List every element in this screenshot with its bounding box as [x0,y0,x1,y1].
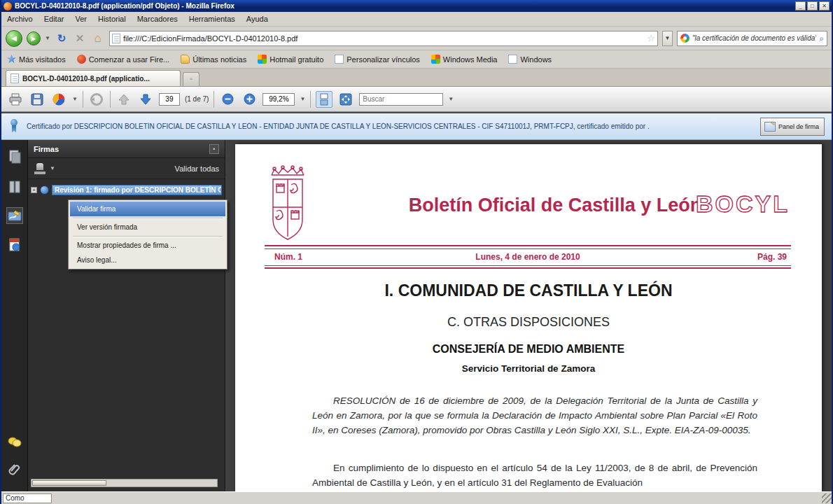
back-button[interactable]: ◄ [6,30,22,47]
zoom-level-input[interactable] [262,93,295,106]
signatures-panel-title: Firmas [34,145,59,153]
fullscreen-icon[interactable] [337,91,354,108]
scrollbar-thumb[interactable] [32,480,106,486]
panel-horizontal-scrollbar[interactable] [31,479,218,487]
collab-dropdown-icon[interactable]: ▼ [72,96,78,102]
toolbar-separator [310,91,311,108]
bookmark-hotmail[interactable]: Hotmail gratuito [258,55,323,64]
zoom-dropdown-icon[interactable]: ▼ [300,96,305,102]
find-dropdown-icon[interactable]: ▼ [448,96,454,102]
signatures-icon[interactable] [6,207,23,224]
page-number-input[interactable] [159,93,180,106]
previous-view-icon[interactable] [88,91,105,108]
history-dropdown-icon[interactable]: ▼ [45,35,50,41]
certificate-ribbon-icon [8,119,20,134]
signatures-panel-toolbar: ▼ Validar todas [28,158,225,179]
print-icon[interactable] [7,91,24,108]
signature-tree-item[interactable]: + Revisión 1: firmado por DESCRIPCION BO… [31,185,222,195]
tab-bar: BOCYL-D-04012010-8.pdf (applicatio... ▫ [1,69,832,87]
menu-ver[interactable]: Ver [75,15,87,23]
document-area: Boletín Oficial de Castilla y León BOCYL… [226,140,832,491]
previous-page-icon[interactable] [115,91,132,108]
save-icon[interactable] [29,91,46,108]
menu-item-ver-version-firmada[interactable]: Ver versión firmada [70,220,225,234]
department-heading: CONSEJERÍA DE MEDIO AMBIENTE [235,343,822,356]
signatures-panel: Firmas ▪ ▼ Validar todas + Revisión 1: f… [28,140,225,491]
bookmark-windows-media[interactable]: Windows Media [431,55,498,64]
signatures-panel-header: Firmas ▪ [28,140,225,158]
masthead-rule [265,248,791,249]
page-icon [508,55,517,64]
standards-icon[interactable] [6,237,23,253]
url-input[interactable] [123,34,644,43]
address-bar[interactable]: ☆ [109,31,658,46]
bookmarks-icon[interactable] [6,178,23,195]
service-heading: Servicio Territorial de Zamora [235,363,822,374]
menu-item-propiedades-firma[interactable]: Mostrar propiedades de firma ... [70,238,225,253]
maximize-button[interactable]: □ [807,1,818,10]
validate-dropdown-icon[interactable]: ▼ [50,165,55,172]
validate-all-button[interactable]: Validar todas [175,164,219,173]
forward-button[interactable]: ► [27,31,41,46]
windows-icon [431,55,440,64]
signature-panel-button[interactable]: Panel de firma [760,118,825,136]
search-input[interactable] [692,34,816,42]
search-magnifier-icon[interactable]: ⌕ [819,34,824,43]
certification-bar: Certificado por DESCRIPCION BOLETÍN OFIC… [1,112,832,140]
refresh-icon[interactable]: ↻ [55,31,69,46]
menu-editar[interactable]: Editar [44,15,64,23]
resize-grip[interactable] [822,493,832,503]
bookmark-comenzar[interactable]: Comenzar a usar Fire... [77,55,170,64]
home-icon[interactable]: ⌂ [91,31,105,46]
tree-expander-icon[interactable]: + [31,187,37,193]
menu-herramientas[interactable]: Herramientas [189,15,235,23]
url-dropdown-button[interactable]: ▼ [662,31,673,46]
pdf-find-input[interactable] [363,95,455,103]
menu-marcadores[interactable]: Marcadores [137,15,178,23]
menu-item-validar-firma[interactable]: Validar firma [70,202,225,216]
navigation-toolbar: ◄ ► ▼ ↻ ✕ ⌂ ☆ ▼ ⌕ [1,27,832,50]
signature-item-label[interactable]: Revisión 1: firmado por DESCRIPCION BOLE… [52,185,222,195]
menu-archivo[interactable]: Archivo [7,15,33,23]
tab-bocyl-pdf[interactable]: BOCYL-D-04012010-8.pdf (applicatio... [6,70,181,86]
windows-icon [258,55,267,64]
tab-favicon-icon [10,74,19,83]
attachments-icon[interactable] [6,462,23,479]
bookmark-ultimas-noticias[interactable]: Últimas noticias [181,55,246,64]
issue-date: Lunes, 4 de enero de 2010 [405,252,651,262]
menu-ayuda[interactable]: Ayuda [246,15,268,23]
bookmark-mas-visitados[interactable]: Más visitados [7,55,66,64]
acrobat-collab-icon[interactable] [50,91,67,108]
pdf-find-box[interactable] [359,93,443,106]
pdf-page: Boletín Oficial de Castilla y León BOCYL… [235,144,822,491]
page-icon [335,55,344,64]
validate-stamp-icon[interactable] [34,163,48,174]
menu-item-aviso-legal[interactable]: Aviso legal... [70,253,225,267]
body-paragraph: En cumplimiento de lo dispuesto en el ar… [312,461,757,490]
close-button[interactable]: ✕ [819,1,830,10]
title-bar: BOCYL-D-04012010-8.pdf (application/pdf … [1,0,832,12]
stop-icon[interactable]: ✕ [73,31,87,46]
bookmark-personalizar[interactable]: Personalizar vínculos [335,55,420,64]
bookmark-star-icon[interactable]: ☆ [647,33,655,43]
signature-context-menu: Validar firma Ver versión firmada Mostra… [68,200,227,270]
minimize-button[interactable]: _ [795,1,806,10]
status-text: Como [3,493,52,503]
scrolling-mode-icon[interactable] [316,91,332,108]
masthead-info-row: Núm. 1 Lunes, 4 de enero de 2010 Pág. 39 [265,251,791,263]
zoom-out-icon[interactable] [219,91,236,108]
comments-icon[interactable] [6,434,23,451]
zoom-in-icon[interactable] [241,91,258,108]
search-box[interactable]: ⌕ [677,31,827,46]
panel-options-icon[interactable]: ▪ [209,144,219,154]
next-page-icon[interactable] [137,91,154,108]
bookmark-windows[interactable]: Windows [508,55,552,64]
menu-historial[interactable]: Historial [98,15,126,23]
menu-separator [73,218,223,218]
page-thumbnails-icon[interactable] [6,148,23,165]
subsection-heading: C. OTRAS DISPOSICIONES [235,315,822,330]
new-tab-button[interactable]: ▫ [183,72,200,86]
bocyl-logo: BOCYL [696,190,790,218]
certification-message: Certificado por DESCRIPCION BOLETÍN OFIC… [27,122,753,130]
menu-bar: Archivo Editar Ver Historial Marcadores … [1,12,832,27]
